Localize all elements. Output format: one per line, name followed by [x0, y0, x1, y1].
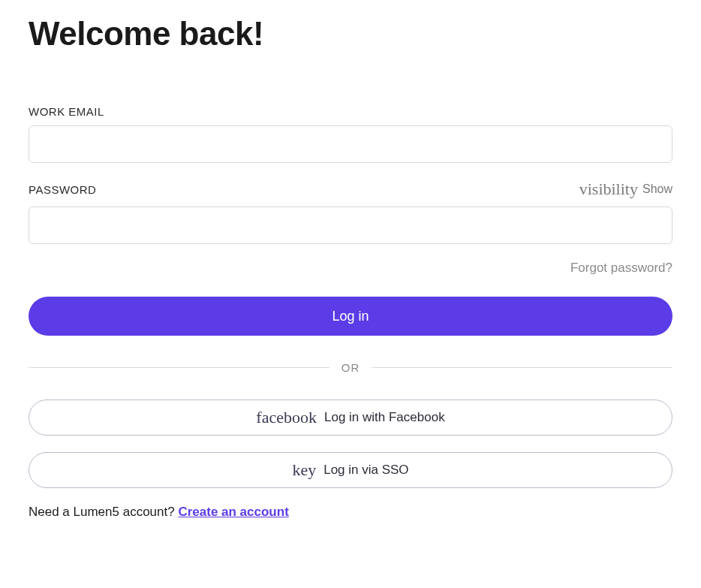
signup-prompt: Need a Lumen5 account?: [29, 505, 178, 519]
divider-text: OR: [329, 361, 372, 374]
signup-prompt-row: Need a Lumen5 account? Create an account: [29, 505, 672, 520]
facebook-icon: facebook: [256, 408, 317, 427]
facebook-button-label: Log in with Facebook: [324, 410, 445, 425]
password-field-group: PASSWORD visibility Show: [29, 179, 672, 244]
show-password-toggle[interactable]: visibility Show: [579, 179, 672, 199]
sso-button-label: Log in via SSO: [323, 463, 408, 478]
sso-login-button[interactable]: key Log in via SSO: [29, 452, 672, 488]
password-label: PASSWORD: [29, 183, 96, 196]
key-icon: key: [292, 460, 316, 480]
password-input[interactable]: [29, 207, 672, 244]
facebook-login-button[interactable]: facebook Log in with Facebook: [29, 400, 672, 436]
forgot-password-link[interactable]: Forgot password?: [570, 261, 672, 275]
page-title: Welcome back!: [29, 15, 672, 53]
email-input[interactable]: [29, 125, 672, 163]
divider: OR: [29, 361, 672, 374]
create-account-link[interactable]: Create an account: [178, 505, 288, 519]
login-button[interactable]: Log in: [29, 297, 672, 336]
visibility-icon: visibility: [579, 179, 638, 199]
divider-line-left: [29, 367, 329, 368]
divider-line-right: [372, 367, 672, 368]
show-text: Show: [642, 182, 672, 196]
email-label: WORK EMAIL: [29, 105, 104, 118]
email-field-group: WORK EMAIL: [29, 105, 672, 163]
